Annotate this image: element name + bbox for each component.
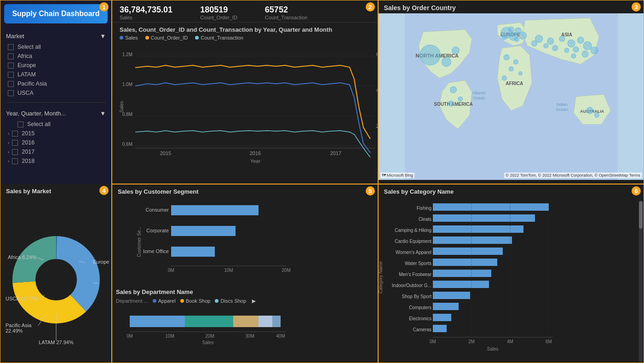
dept-legend: Department ... Apparel Book Shop Discs S…	[116, 297, 374, 306]
checkbox-2016[interactable]	[12, 140, 18, 146]
sidebar-item-2018[interactable]: › 2018	[6, 156, 106, 166]
market-header[interactable]: Market ▼	[6, 30, 106, 42]
sidebar-item-latam[interactable]: LATAM	[6, 70, 106, 79]
checkbox-africa[interactable]	[8, 53, 14, 59]
checkbox-usca[interactable]	[8, 90, 14, 96]
category-bar-svg: Category Name Fishing Cleats Camping & H…	[379, 197, 558, 353]
dept-label: Department ...	[116, 298, 148, 304]
svg-point-51	[582, 51, 588, 57]
svg-rect-84	[171, 226, 236, 236]
line-chart-area: 1.2M 1.0M 0.8M 0.6M 6K 4K 2K Sales Count…	[112, 42, 378, 168]
kpi-sales: 36,784,735.01 Sales	[120, 5, 172, 20]
svg-text:40M: 40M	[276, 334, 285, 339]
svg-point-56	[518, 72, 522, 75]
segment-y-label-text: Customer Se...	[137, 226, 142, 257]
pacific-asia-label: Pacific Asia	[17, 81, 47, 87]
svg-text:22.49%: 22.49%	[6, 328, 23, 334]
year-section: Year, Quarter, Month... ▼ Select all › 2…	[0, 104, 111, 168]
checkbox-pacific-asia[interactable]	[8, 81, 14, 87]
category-chart-container: Category Name Fishing Cleats Camping & H…	[379, 197, 644, 358]
svg-text:Sales: Sales	[120, 101, 124, 112]
svg-point-53	[504, 54, 509, 60]
svg-point-60	[448, 101, 454, 106]
svg-rect-110	[433, 214, 535, 222]
sidebar-item-usca[interactable]: USCA	[6, 88, 106, 98]
svg-text:4M: 4M	[507, 339, 513, 344]
svg-text:Corporate: Corporate	[146, 228, 169, 233]
svg-text:2015: 2015	[160, 150, 171, 156]
checkbox-2017[interactable]	[12, 149, 18, 155]
svg-rect-130	[433, 325, 447, 332]
svg-text:10M: 10M	[165, 334, 174, 339]
dept-section: Sales by Department Name Department ... …	[112, 287, 378, 349]
svg-rect-122	[433, 281, 489, 288]
dept-expand-icon[interactable]: ►	[251, 297, 257, 305]
svg-point-35	[519, 32, 526, 39]
chevron-2016: ›	[8, 140, 9, 145]
line-chart-svg: 1.2M 1.0M 0.8M 0.6M 6K 4K 2K Sales Count…	[120, 42, 378, 167]
svg-text:USCA 13.77%: USCA 13.77%	[6, 296, 38, 301]
segment-panel: 5 Sales by Customer Segment Customer Se.…	[112, 184, 378, 363]
dept-legend-bookshop: Book Shop	[180, 298, 211, 304]
checkbox-year-all[interactable]	[17, 121, 23, 127]
svg-text:Camping & Hiking: Camping & Hiking	[394, 228, 431, 233]
svg-text:0M: 0M	[430, 339, 436, 344]
svg-text:Home Office: Home Office	[144, 248, 169, 254]
svg-text:Computers: Computers	[409, 305, 431, 310]
sidebar-item-2015[interactable]: › 2015	[6, 129, 106, 138]
svg-point-37	[514, 37, 519, 41]
chevron-2017: ›	[8, 150, 9, 155]
svg-point-61	[586, 107, 593, 114]
svg-text:Ocean: Ocean	[556, 107, 568, 112]
sidebar-item-pacific-asia[interactable]: Pacific Asia	[6, 79, 106, 88]
panel-number-2: 2	[366, 2, 375, 12]
legend-sales: Sales	[120, 35, 138, 40]
svg-point-59	[458, 97, 462, 101]
checkbox-2015[interactable]	[12, 131, 18, 137]
sidebar-item-select-all[interactable]: Select all	[6, 42, 106, 52]
bing-credit: 🗺 Microsoft Bing	[380, 173, 415, 178]
year-header[interactable]: Year, Quarter, Month... ▼	[6, 107, 106, 120]
checkbox-select-all[interactable]	[8, 44, 14, 50]
legend-transaction: Count_Transaction	[195, 35, 243, 40]
sidebar-item-2017[interactable]: › 2017	[6, 147, 106, 156]
segment-title: Sales by Customer Segment	[112, 184, 378, 197]
kpi-sales-value: 36,784,735.01	[120, 5, 172, 15]
kpi-transaction-label: Count_Transaction	[265, 15, 308, 20]
svg-text:Atlantic: Atlantic	[472, 91, 486, 95]
sidebar-item-year-select-all[interactable]: Select all	[6, 120, 106, 129]
line-chart-legend: Sales Count_Order_ID Count_Transaction	[112, 35, 378, 42]
svg-rect-126	[433, 303, 459, 310]
year-select-all-label: Select all	[27, 121, 51, 127]
checkbox-2018[interactable]	[12, 158, 18, 164]
svg-point-52	[571, 53, 575, 58]
svg-point-46	[564, 48, 569, 52]
donut-panel: 4 Sales by Market Europe 29.5	[0, 184, 112, 363]
svg-text:Indoor/Outdoor G...: Indoor/Outdoor G...	[391, 283, 431, 288]
svg-rect-118	[433, 259, 497, 266]
svg-rect-114	[433, 236, 512, 244]
dept-legend-discsshop: Discs Shop	[215, 298, 246, 304]
svg-rect-97	[259, 316, 272, 327]
kpi-row: 36,784,735.01 Sales 180519 Count_Order_I…	[112, 0, 378, 23]
year-2017-label: 2017	[22, 149, 34, 155]
checkbox-europe[interactable]	[8, 63, 14, 69]
svg-point-50	[591, 46, 598, 54]
dept-title: Sales by Department Name	[116, 288, 374, 297]
scrollbar-thumb[interactable]	[639, 201, 643, 229]
legend-transaction-label: Count_Transaction	[201, 35, 243, 40]
market-label: Market	[6, 33, 24, 40]
svg-text:Men's Footwear: Men's Footwear	[399, 272, 431, 277]
svg-text:Cleats: Cleats	[418, 217, 431, 222]
sidebar-item-2016[interactable]: › 2016	[6, 138, 106, 147]
dept-bar-svg: 0M 10M 20M 30M 40M Sales	[116, 306, 286, 348]
svg-point-30	[442, 58, 451, 67]
sidebar-item-africa[interactable]: Africa	[6, 52, 106, 61]
tomtom-credit: © 2022 TomTom, © 2022 Microsoft Corporat…	[504, 173, 642, 178]
sidebar-item-europe[interactable]: Europe	[6, 61, 106, 70]
svg-rect-108	[433, 203, 549, 211]
svg-text:2017: 2017	[330, 150, 341, 156]
year-2016-label: 2016	[22, 139, 34, 146]
checkbox-latam[interactable]	[8, 72, 14, 78]
svg-text:0M: 0M	[168, 268, 174, 273]
